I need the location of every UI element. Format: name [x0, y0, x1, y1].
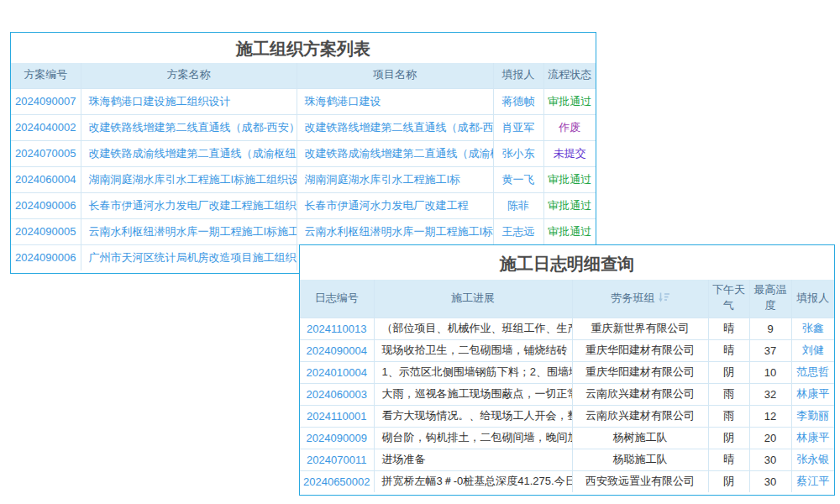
weather-value: 晴	[708, 318, 749, 339]
col-header-plan-name: 方案名称	[81, 63, 297, 88]
project-name-link[interactable]: 长春市伊通河水力发电厂改建工程	[297, 192, 493, 218]
plan-id-link[interactable]: 2024090006	[11, 192, 81, 218]
plan-name-link[interactable]: 改建铁路成渝线增建第二直通线（成渝枢纽）...	[81, 140, 297, 166]
status-badge: 审批通过	[543, 192, 596, 218]
log-query-title: 施工日志明细查询	[300, 245, 834, 280]
col-header-team-label: 劳务班组	[612, 291, 655, 304]
table-row: 2024110001看方大现场情况。、给现场工人开会，整...云南欣兴建材有限公…	[300, 405, 834, 427]
team-name: 杨聪施工队	[572, 449, 708, 470]
status-badge: 未提交	[543, 140, 596, 166]
table-row: 2024070005改建铁路成渝线增建第二直通线（成渝枢纽）...改建铁路成渝线…	[11, 140, 596, 166]
reporter-link[interactable]: 张小东	[493, 140, 543, 166]
col-header-log-id: 日志编号	[300, 280, 374, 318]
log-id-link[interactable]: 2024060003	[300, 383, 374, 405]
plan-id-link[interactable]: 2024070005	[11, 140, 81, 166]
col-header-plan-id: 方案编号	[11, 63, 81, 88]
temp-value: 20	[749, 427, 791, 449]
team-name: 重庆新世界有限公司	[572, 318, 708, 339]
log-table-body: 2024110013（部位项目、机械作业、班组工作、生产...重庆新世界有限公司…	[300, 318, 834, 492]
team-name: 重庆华阳建材有限公司	[572, 361, 708, 383]
progress-text: 现场收拾卫生，二包砌围墙，铺烧结砖，...	[374, 339, 572, 361]
plan-id-link[interactable]: 2024060004	[11, 166, 81, 192]
reporter-link[interactable]: 肖亚军	[493, 114, 543, 140]
reporter-link[interactable]: 蔡江平	[791, 470, 834, 492]
plan-id-link[interactable]: 2024090007	[11, 88, 81, 114]
project-name-link[interactable]: 云南水利枢纽潜明水库一期工程施工I标	[297, 218, 493, 244]
log-id-link[interactable]: 2024010004	[300, 361, 374, 383]
plan-table-body: 2024090007珠海鹤港口建设施工组织设计珠海鹤港口建设蒋德帧审批通过202…	[11, 88, 596, 270]
plan-id-link[interactable]: 2024040002	[11, 114, 81, 140]
log-id-link[interactable]: 2024090004	[300, 339, 374, 361]
plan-name-link[interactable]: 改建铁路线增建第二线直通线（成都-西安）...	[81, 114, 297, 140]
weather-value: 阴	[708, 361, 749, 383]
table-row: 2024060004湖南洞庭湖水库引水工程施工I标施工组织设计湖南洞庭湖水库引水…	[11, 166, 596, 192]
reporter-link[interactable]: 蒋德帧	[493, 88, 543, 114]
plan-list-panel: 施工组织方案列表 方案编号 方案名称 项目名称 填报人 流程状态 2024090…	[10, 32, 596, 274]
col-header-progress: 施工进展	[374, 280, 572, 318]
project-name-link[interactable]: 改建铁路线增建第二线直通线（成都-西安...	[297, 114, 493, 140]
log-table-header-row: 日志编号 施工进展 劳务班组 下午天气 最高温度 填报人	[300, 280, 834, 318]
reporter-link[interactable]: 范思哲	[791, 361, 834, 383]
table-row: 2024040002改建铁路线增建第二线直通线（成都-西安）...改建铁路线增建…	[11, 114, 596, 140]
col-header-team[interactable]: 劳务班组	[572, 280, 708, 318]
table-row: 2024070011进场准备杨聪施工队晴30张永银	[300, 449, 834, 470]
sort-amount-down-icon[interactable]	[659, 292, 669, 302]
log-id-link[interactable]: 2024070011	[300, 449, 374, 470]
project-name-link[interactable]: 改建铁路成渝线增建第二直通线（成渝枢...	[297, 140, 493, 166]
progress-text: 拼宽桥左幅3＃-0桩基总深度41.275.今日进...	[374, 470, 572, 492]
plan-list-title: 施工组织方案列表	[11, 33, 596, 63]
status-badge: 审批通过	[543, 166, 596, 192]
table-row: 2024090005云南水利枢纽潜明水库一期工程施工I标施工组...云南水利枢纽…	[11, 218, 596, 244]
table-row: 2024110013（部位项目、机械作业、班组工作、生产...重庆新世界有限公司…	[300, 318, 834, 339]
plan-id-link[interactable]: 2024090005	[11, 218, 81, 244]
table-row: 20240100041、示范区北侧围墙钢筋下料；2、围墙地...重庆华阳建材有限…	[300, 361, 834, 383]
weather-value: 雨	[708, 383, 749, 405]
progress-text: （部位项目、机械作业、班组工作、生产...	[374, 318, 572, 339]
table-row: 2024090004现场收拾卫生，二包砌围墙，铺烧结砖，...重庆华阳建材有限公…	[300, 339, 834, 361]
log-id-link[interactable]: 20240650002	[300, 470, 374, 492]
reporter-link[interactable]: 张永银	[791, 449, 834, 470]
plan-table-header-row: 方案编号 方案名称 项目名称 填报人 流程状态	[11, 63, 596, 88]
weather-value: 阴	[708, 470, 749, 492]
col-header-reporter: 填报人	[493, 63, 543, 88]
plan-name-link[interactable]: 湖南洞庭湖水库引水工程施工I标施工组织设计	[81, 166, 297, 192]
project-name-link[interactable]: 湖南洞庭湖水库引水工程施工I标	[297, 166, 493, 192]
table-row: 2024090006长春市伊通河水力发电厂改建工程施工组织设计长春市伊通河水力发…	[11, 192, 596, 218]
progress-text: 看方大现场情况。、给现场工人开会，整...	[374, 405, 572, 427]
plan-name-link[interactable]: 珠海鹤港口建设施工组织设计	[81, 88, 297, 114]
team-name: 杨树施工队	[572, 427, 708, 449]
col-header-max-temp: 最高温度	[749, 280, 791, 318]
temp-value: 37	[749, 339, 791, 361]
reporter-link[interactable]: 李勤丽	[791, 405, 834, 427]
reporter-link[interactable]: 陈菲	[493, 192, 543, 218]
log-id-link[interactable]: 2024110013	[300, 318, 374, 339]
team-name: 云南欣兴建材有限公司	[572, 383, 708, 405]
log-table: 日志编号 施工进展 劳务班组 下午天气 最高温度 填报人	[300, 280, 834, 492]
temp-value: 12	[749, 405, 791, 427]
reporter-link[interactable]: 林康平	[791, 383, 834, 405]
progress-text: 砌台阶，钩机排土，二包砌间墙，晚间加...	[374, 427, 572, 449]
plan-name-link[interactable]: 广州市天河区统计局机房改造项目施工组织设计	[81, 244, 297, 270]
team-name: 重庆华阳建材有限公司	[572, 339, 708, 361]
progress-text: 进场准备	[374, 449, 572, 470]
temp-value: 9	[749, 318, 791, 339]
team-name: 西安致远置业有限公司	[572, 470, 708, 492]
plan-name-link[interactable]: 云南水利枢纽潜明水库一期工程施工I标施工组...	[81, 218, 297, 244]
reporter-link[interactable]: 张鑫	[791, 318, 834, 339]
reporter-link[interactable]: 刘健	[791, 339, 834, 361]
log-id-link[interactable]: 2024090009	[300, 427, 374, 449]
plan-name-link[interactable]: 长春市伊通河水力发电厂改建工程施工组织设计	[81, 192, 297, 218]
weather-value: 雨	[708, 405, 749, 427]
status-badge: 作废	[543, 114, 596, 140]
col-header-project-name: 项目名称	[297, 63, 493, 88]
log-id-link[interactable]: 2024110001	[300, 405, 374, 427]
plan-id-link[interactable]: 2024090006	[11, 244, 81, 270]
col-header-pm-weather: 下午天气	[708, 280, 749, 318]
project-name-link[interactable]: 珠海鹤港口建设	[297, 88, 493, 114]
reporter-link[interactable]: 林康平	[791, 427, 834, 449]
temp-value: 10	[749, 361, 791, 383]
reporter-link[interactable]: 黄一飞	[493, 166, 543, 192]
progress-text: 大雨，巡视各施工现场围蔽点，一切正常...	[374, 383, 572, 405]
reporter-link[interactable]: 王志远	[493, 218, 543, 244]
temp-value: 32	[749, 383, 791, 405]
